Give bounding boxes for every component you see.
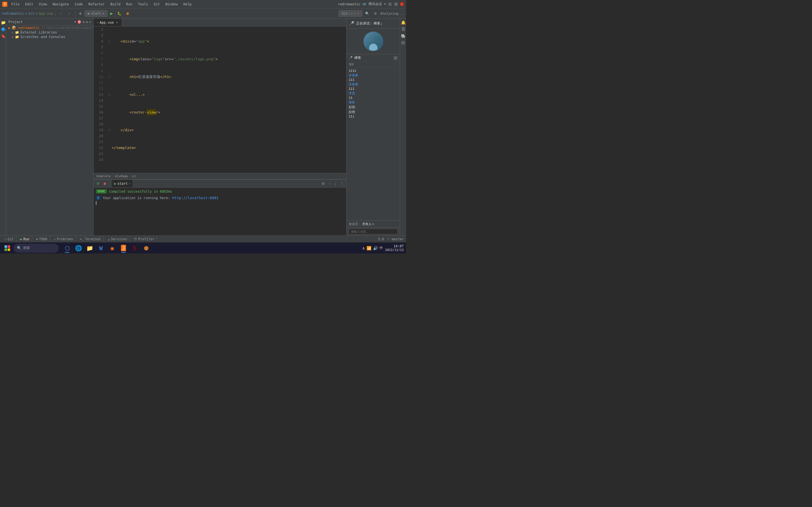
tree-item-external-libraries[interactable]: ▶ 📁 External Libraries <box>6 30 93 35</box>
tray-arrow-icon[interactable]: ∧ <box>362 246 364 250</box>
bottom-tab-terminal[interactable]: >_ Terminal <box>78 236 104 242</box>
menu-bar: File Edit View Navigate Code Refactor Bu… <box>9 2 338 7</box>
taskbar-search-box[interactable]: 🔍 搜索 <box>13 244 59 252</box>
bottom-tab-git[interactable]: ⑂ Git <box>2 236 16 242</box>
run-tab-close-icon[interactable]: ✕ <box>129 182 131 185</box>
tab-close-button[interactable]: ✕ <box>115 20 119 24</box>
network-icon: 📶 <box>366 246 371 250</box>
close-button[interactable]: ✕ <box>400 2 404 6</box>
fold-icon-2[interactable]: ○ <box>107 38 112 44</box>
status-breadcrumb-ul: ul <box>132 174 136 178</box>
title-center: redromantic 📹 腾讯会议 × <box>338 2 386 6</box>
menu-tools[interactable]: Tools <box>136 2 150 7</box>
menu-window[interactable]: Window <box>163 2 180 7</box>
back-button[interactable]: ← <box>58 11 64 16</box>
sidebar-project-icon[interactable]: 📁 <box>0 20 6 25</box>
run-server-url[interactable]: http://localhost:8081 <box>172 196 218 200</box>
app-logo: J <box>2 2 7 7</box>
taskbar-app-explorer[interactable]: 📁 <box>85 243 95 253</box>
taskbar-app-scala[interactable]: S <box>130 243 140 253</box>
panel-settings-icon[interactable]: ⚙ <box>86 20 88 24</box>
menu-navigate[interactable]: Navigate <box>50 2 71 7</box>
panel-collapse-icon[interactable]: ≡ <box>83 20 85 24</box>
bottom-tab-problems[interactable]: ⚠ Problems <box>52 236 76 242</box>
breadcrumb-arrow-1: › <box>112 174 114 178</box>
editor-tab-appvue[interactable]: ✦ App.vue ✕ <box>94 18 122 26</box>
chat-messages: 1111 谷俊康 111 谷俊康 111 李雷 11 <box>347 67 400 221</box>
run-panel-restart-btn[interactable]: ↺ <box>95 181 101 186</box>
debug-button[interactable]: 🐛 <box>116 11 123 16</box>
start-button[interactable] <box>2 243 12 253</box>
taskbar-app-browser[interactable]: 🌐 <box>73 243 84 253</box>
menu-refactor[interactable]: Refactor <box>86 2 107 7</box>
run-panel-down-btn[interactable]: ↓ <box>333 181 338 186</box>
menu-code[interactable]: Code <box>72 2 85 7</box>
folder-icon: 📁 <box>15 31 19 34</box>
speaking-label: 正在讲话: 稀客; <box>356 21 383 26</box>
database-icon[interactable]: 🗄 <box>400 26 406 32</box>
search-label: 搜索 <box>23 245 30 250</box>
participant-more-button[interactable]: ⋯ <box>394 56 398 60</box>
menu-view[interactable]: View <box>37 2 49 7</box>
extra-app-icon: ⬢ <box>144 245 149 251</box>
chat-msg-111-2: 111 <box>349 87 398 91</box>
menu-run[interactable]: Run <box>124 2 135 7</box>
taskbar-app-edge[interactable]: ⬡ <box>62 243 72 253</box>
fold-icon-14[interactable]: ○ <box>107 127 112 133</box>
fold-icon-5[interactable]: ○ <box>107 92 112 98</box>
run-line-info: I Your application is running here: http… <box>96 196 344 200</box>
stop-button[interactable]: ⏹ <box>124 11 131 16</box>
menu-edit[interactable]: Edit <box>23 2 36 7</box>
run-config-button[interactable]: ▶ start ▾ <box>85 10 107 17</box>
tree-item-root[interactable]: ▶ 📦 redromantic C:\Users\zed\Desktop\vue… <box>6 25 93 30</box>
run-tab-start[interactable]: ▶ start ✕ <box>112 180 133 187</box>
menu-build[interactable]: Build <box>108 2 123 7</box>
menu-help[interactable]: Help <box>181 2 194 7</box>
run-button[interactable]: ▶ <box>109 11 114 16</box>
volume-icon[interactable]: 🔊 <box>373 246 378 250</box>
avatar-inner <box>364 33 382 51</box>
panel-locate-icon[interactable]: 🎯 <box>77 20 82 24</box>
code-content[interactable]: ○ <div id="app"> <img class="logo" src="… <box>105 26 346 173</box>
taskbar-app-word[interactable]: W <box>96 243 106 253</box>
settings-button[interactable]: ⚙ <box>372 11 378 16</box>
services-tab-icon: ☁ <box>108 237 110 241</box>
forward-button[interactable]: → <box>66 11 72 16</box>
bottom-tab-profiler[interactable]: ⏱ Profiler <box>132 236 157 242</box>
notifications-icon[interactable]: 🔔 <box>400 20 406 25</box>
analyzing-text: Analyzing... <box>380 11 404 15</box>
fold-icon-4[interactable]: ○ <box>107 74 112 80</box>
bottom-tab-todo[interactable]: ≡ TODO <box>34 236 50 242</box>
git-button[interactable]: Git: ✓✓↑ <box>339 10 363 17</box>
panel-close-icon[interactable]: ✕ <box>89 20 91 24</box>
taskbar-app-jetbrains[interactable]: J <box>118 243 129 253</box>
tree-item-scratches[interactable]: ▶ 📁 Scratches and Consoles <box>6 35 93 39</box>
menu-git[interactable]: Git <box>151 2 162 7</box>
run-panel-more-btn[interactable]: ⋮ <box>338 181 345 186</box>
run-panel-stop-btn[interactable]: ⏹ <box>101 181 108 186</box>
search-button[interactable]: 🔍 <box>363 11 371 16</box>
git-tab-label: Git <box>8 237 14 241</box>
run-panel-settings-btn[interactable]: ⚙ <box>320 181 326 186</box>
gradle-icon[interactable]: 🐘 <box>400 33 406 39</box>
chat-input[interactable] <box>349 229 398 234</box>
add-config-button[interactable]: ⊕ <box>77 11 84 16</box>
editor-column: ✦ App.vue ✕ 2 3 4 5 6 7 8 9 10 <box>94 18 346 235</box>
bottom-tab-services[interactable]: ☁ Services <box>105 236 130 242</box>
code-line-5: ○ <ul...> <box>107 92 346 98</box>
sidebar-structure-icon[interactable]: 🔷 <box>0 26 6 32</box>
run-panel-sep <box>110 181 110 186</box>
run-panel-up-btn[interactable]: ↑ <box>327 181 332 186</box>
scratches-folder-icon: 📁 <box>15 35 19 39</box>
taskbar-app-extra[interactable]: ⬢ <box>141 243 151 253</box>
maximize-button[interactable]: □ <box>394 2 398 6</box>
minimize-button[interactable]: — <box>388 2 392 6</box>
menu-file[interactable]: File <box>9 2 22 7</box>
taskbar-app-orange[interactable]: ◉ <box>107 243 117 253</box>
chat-msg-11bracket: 11] <box>349 115 398 118</box>
send-to-value[interactable]: 所有人 ▾ <box>362 222 374 226</box>
bottom-tab-run[interactable]: ▶ Run <box>18 236 32 242</box>
clock-date: 2022/11/23 <box>385 248 404 252</box>
sidebar-bookmark-icon[interactable]: 🔖 <box>0 33 6 39</box>
maven-icon[interactable]: Ⓜ <box>400 40 406 46</box>
